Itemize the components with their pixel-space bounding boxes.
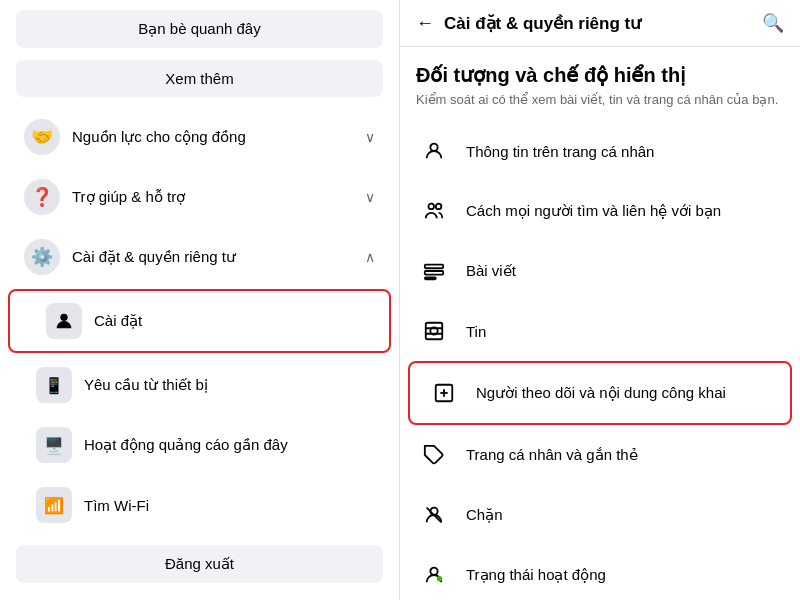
svg-point-0 [60,314,67,321]
right-menu-item-chan[interactable]: Chặn [400,485,800,545]
trang-thai-icon [416,557,452,593]
svg-rect-7 [426,323,443,340]
right-header: ← Cài đặt & quyền riêng tư 🔍 [400,0,800,47]
trang-ca-nhan-label: Trang cá nhân và gắn thẻ [466,446,784,464]
sub-menu-item-hoat-dong[interactable]: 🖥️ Hoạt động quảng cáo gần đây [8,417,391,473]
svg-point-1 [430,144,437,151]
svg-point-2 [429,204,435,210]
right-menu-item-trang-ca-nhan[interactable]: Trang cá nhân và gắn thẻ [400,425,800,485]
nguoi-theo-doi-wrapper: Người theo dõi và nội dung công khai [408,361,792,425]
svg-rect-4 [425,265,443,269]
svg-point-16 [437,576,443,582]
cai-dat-sub-icon [46,303,82,339]
left-panel: Bạn bè quanh đây Xem thêm 🤝 Nguồn lực ch… [0,0,400,600]
right-menu-item-thong-tin[interactable]: Thông tin trên trang cá nhân [400,121,800,181]
right-menu-item-trang-thai[interactable]: Trạng thái hoạt động [400,545,800,600]
yeu-cau-label: Yêu cầu từ thiết bị [84,376,208,394]
right-menu-item-bai-viet[interactable]: Bài viết [400,241,800,301]
right-panel: ← Cài đặt & quyền riêng tư 🔍 Đối tượng v… [400,0,800,600]
trang-thai-label: Trạng thái hoạt động [466,566,784,584]
tro-giup-label: Trợ giúp & hỗ trợ [72,188,185,206]
svg-rect-5 [425,271,443,275]
section1-desc: Kiểm soát ai có thể xem bài viết, tin và… [400,91,800,121]
search-icon[interactable]: 🔍 [762,12,784,34]
cach-moi-nguoi-label: Cách mọi người tìm và liên hệ với bạn [466,202,784,220]
back-button[interactable]: ← [416,13,434,34]
menu-item-cai-dat-quyen[interactable]: ⚙️ Cài đặt & quyền riêng tư ∧ [8,229,391,285]
yeu-cau-icon: 📱 [36,367,72,403]
wifi-icon: 📶 [36,487,72,523]
dang-xuat-button[interactable]: Đăng xuất [16,545,383,583]
chevron-down-icon: ∨ [365,129,375,145]
tro-giup-icon: ❓ [24,179,60,215]
svg-rect-6 [425,278,436,280]
menu-item-left: ⚙️ Cài đặt & quyền riêng tư [24,239,236,275]
chevron-up-icon: ∧ [365,249,375,265]
menu-item-nguon-luc[interactable]: 🤝 Nguồn lực cho cộng đồng ∨ [8,109,391,165]
right-header-title: Cài đặt & quyền riêng tư [444,13,752,34]
nguoi-theo-doi-label: Người theo dõi và nội dung công khai [476,384,774,402]
hoat-dong-icon: 🖥️ [36,427,72,463]
friends-nearby-button[interactable]: Bạn bè quanh đây [16,10,383,48]
cai-dat-quyen-label: Cài đặt & quyền riêng tư [72,248,236,266]
menu-item-tro-giup[interactable]: ❓ Trợ giúp & hỗ trợ ∨ [8,169,391,225]
thong-tin-label: Thông tin trên trang cá nhân [466,143,784,160]
section1-title: Đối tượng và chế độ hiển thị [400,47,800,91]
sub-menu-item-cai-dat[interactable]: Cài đặt [18,293,381,349]
svg-line-14 [427,508,442,523]
tin-icon [416,313,452,349]
cai-dat-icon: ⚙️ [24,239,60,275]
menu-item-left: ❓ Trợ giúp & hỗ trợ [24,179,185,215]
cai-dat-sub-label: Cài đặt [94,312,142,330]
right-menu-item-nguoi-theo-doi[interactable]: Người theo dõi và nội dung công khai [410,363,790,423]
chevron-down-icon: ∨ [365,189,375,205]
nguoi-theo-doi-icon [426,375,462,411]
chan-icon [416,497,452,533]
bai-viet-icon [416,253,452,289]
sub-menu-item-wifi[interactable]: 📶 Tìm Wi-Fi [8,477,391,533]
nguon-luc-label: Nguồn lực cho cộng đồng [72,128,246,146]
nguon-luc-icon: 🤝 [24,119,60,155]
tin-label: Tin [466,323,784,340]
right-menu-item-cach-moi-nguoi[interactable]: Cách mọi người tìm và liên hệ với bạn [400,181,800,241]
chan-label: Chặn [466,506,784,524]
svg-point-15 [430,568,437,575]
xem-them-button[interactable]: Xem thêm [16,60,383,97]
trang-ca-nhan-icon [416,437,452,473]
wifi-label: Tìm Wi-Fi [84,497,149,514]
bai-viet-label: Bài viết [466,262,784,280]
cach-moi-nguoi-icon [416,193,452,229]
right-menu-item-tin[interactable]: Tin [400,301,800,361]
sub-menu-item-yeu-cau[interactable]: 📱 Yêu cầu từ thiết bị [8,357,391,413]
svg-point-3 [436,204,442,210]
menu-item-left: 🤝 Nguồn lực cho cộng đồng [24,119,246,155]
thong-tin-icon [416,133,452,169]
cai-dat-sub-wrapper: Cài đặt [8,289,391,353]
hoat-dong-label: Hoạt động quảng cáo gần đây [84,436,288,454]
